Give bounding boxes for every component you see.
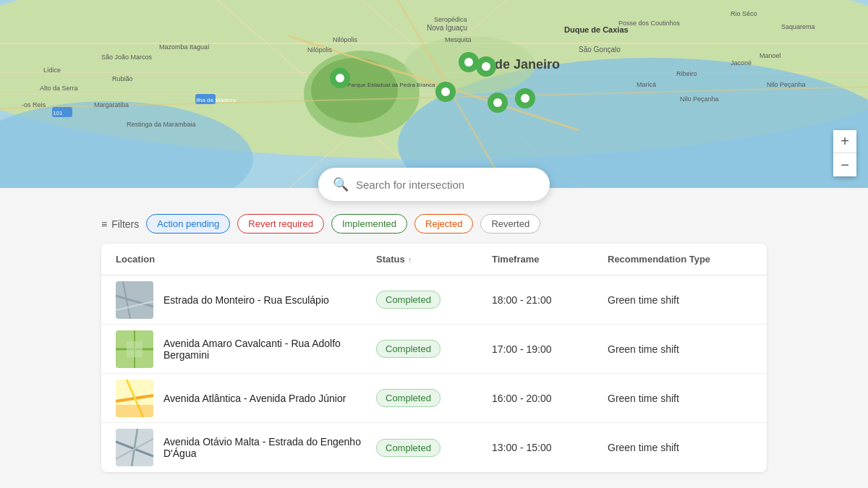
svg-text:Nilo Peçanha: Nilo Peçanha [680, 95, 719, 103]
svg-text:Nilo Peçanha: Nilo Peçanha [767, 81, 806, 88]
search-bar: 🔍 [318, 168, 550, 201]
svg-text:Ribeiro: Ribeiro [676, 70, 697, 77]
svg-point-55 [493, 98, 502, 107]
rec-type-cell: Green time shift [608, 343, 767, 355]
svg-text:Restinga da Marambaia: Restinga da Marambaia [127, 121, 196, 128]
timeframe-cell: 17:00 - 19:00 [492, 343, 608, 355]
svg-text:Jaconé: Jaconé [731, 59, 752, 67]
svg-point-49 [441, 87, 450, 96]
table-header: Location Status ↑ Timeframe Recommendati… [101, 244, 767, 275]
timeframe-cell: 16:00 - 20:00 [492, 393, 608, 404]
search-input[interactable] [356, 179, 535, 191]
svg-text:101: 101 [53, 110, 63, 116]
status-cell: Completed [376, 291, 492, 309]
filter-chip-action-pending[interactable]: Action pending [146, 214, 230, 234]
rec-type-cell: Green time shift [608, 442, 767, 453]
col-location: Location [116, 254, 376, 265]
sort-icon: ↑ [408, 255, 412, 264]
timeframe-cell: 18:00 - 21:00 [492, 294, 608, 306]
location-cell: Avenida Amaro Cavalcanti - Rua Adolfo Be… [116, 330, 376, 368]
map-thumbnail [116, 429, 153, 466]
svg-text:Posse dos Coutinhos: Posse dos Coutinhos [618, 20, 681, 27]
table-row[interactable]: Estrada do Monteiro - Rua Esculápio Comp… [101, 275, 767, 325]
location-name: Avenida Otávio Malta - Estrada do Engenh… [163, 436, 376, 459]
svg-text:Manoel: Manoel [760, 52, 781, 59]
table-row[interactable]: Avenida Amaro Cavalcanti - Rua Adolfo Be… [101, 325, 767, 374]
col-timeframe: Timeframe [492, 254, 608, 265]
filter-chip-rejected[interactable]: Rejected [414, 214, 473, 234]
table-container: Location Status ↑ Timeframe Recommendati… [101, 244, 767, 472]
svg-text:Alto da Serra: Alto da Serra [40, 85, 78, 92]
svg-text:Margaratiba: Margaratiba [94, 101, 129, 108]
svg-text:-os Reis: -os Reis [22, 101, 46, 108]
search-container: 🔍 [0, 168, 868, 201]
svg-rect-69 [116, 405, 153, 417]
col-rec-type: Recommendation Type [608, 254, 767, 265]
filter-icon: ≡ [101, 218, 107, 230]
svg-point-53 [482, 62, 490, 71]
table-row[interactable]: Avenida Otávio Malta - Estrada do Engenh… [101, 423, 767, 472]
location-cell: Avenida Atlântica - Avenida Prado Júnior [116, 380, 376, 417]
search-icon: 🔍 [333, 176, 349, 192]
svg-point-57 [521, 94, 529, 103]
filter-chip-reverted[interactable]: Reverted [480, 214, 540, 234]
svg-text:Seropédica: Seropédica [434, 16, 467, 23]
map-section: Rio de Janeiro Nova Iguaçu Mesquita Sero… [0, 0, 868, 188]
svg-text:Lídice: Lídice [43, 67, 61, 74]
zoom-in-button[interactable]: + [833, 130, 856, 153]
filter-icon-wrap: ≡ Filters [101, 218, 139, 230]
svg-point-51 [464, 58, 473, 67]
svg-rect-65 [127, 341, 142, 357]
status-cell: Completed [376, 439, 492, 457]
status-badge: Completed [376, 340, 441, 358]
svg-text:Nilópolis: Nilópolis [333, 36, 358, 43]
status-badge: Completed [376, 291, 441, 309]
location-cell: Avenida Otávio Malta - Estrada do Engenh… [116, 429, 376, 466]
map-thumbnail [116, 380, 153, 417]
status-cell: Completed [376, 389, 492, 407]
map-thumbnail [116, 330, 153, 368]
rec-type-cell: Green time shift [608, 393, 767, 404]
svg-text:Mesquita: Mesquita [445, 36, 472, 43]
svg-text:Rubião: Rubião [112, 75, 133, 82]
location-name: Avenida Amaro Cavalcanti - Rua Adolfo Be… [163, 338, 376, 361]
svg-text:Rio Séco: Rio Séco [731, 10, 757, 17]
filter-chip-implemented[interactable]: Implemented [331, 214, 407, 234]
svg-text:São Gonçalo: São Gonçalo [579, 46, 621, 53]
svg-text:São João Marcos: São João Marcos [101, 53, 153, 61]
svg-point-47 [336, 74, 344, 82]
filters-row: ≡ Filters Action pending Revert required… [0, 201, 868, 244]
svg-text:Nova Iguaçu: Nova Iguaçu [427, 24, 467, 32]
svg-text:Ilha da Madeira: Ilha da Madeira [196, 97, 237, 103]
location-name: Estrada do Monteiro - Rua Esculápio [163, 294, 329, 306]
svg-text:Mazomba Itaguaí: Mazomba Itaguaí [159, 43, 210, 51]
status-badge: Completed [376, 439, 441, 457]
location-cell: Estrada do Monteiro - Rua Esculápio [116, 281, 376, 319]
svg-text:Maricá: Maricá [637, 81, 656, 88]
map-thumbnail [116, 281, 153, 319]
svg-text:Nilópolis: Nilópolis [307, 46, 333, 53]
table-row[interactable]: Avenida Atlântica - Avenida Prado Júnior… [101, 374, 767, 423]
timeframe-cell: 13:00 - 15:00 [492, 442, 608, 453]
rec-type-cell: Green time shift [608, 294, 767, 306]
filter-chip-revert-required[interactable]: Revert required [237, 214, 324, 234]
location-name: Avenida Atlântica - Avenida Prado Júnior [163, 393, 346, 404]
svg-text:Parque Estadual da Pedra Branc: Parque Estadual da Pedra Branca [347, 82, 435, 88]
col-status[interactable]: Status ↑ [376, 254, 492, 265]
svg-text:Saquarema: Saquarema [781, 23, 815, 30]
status-cell: Completed [376, 340, 492, 358]
filter-label: Filters [111, 218, 139, 230]
status-badge: Completed [376, 389, 441, 407]
